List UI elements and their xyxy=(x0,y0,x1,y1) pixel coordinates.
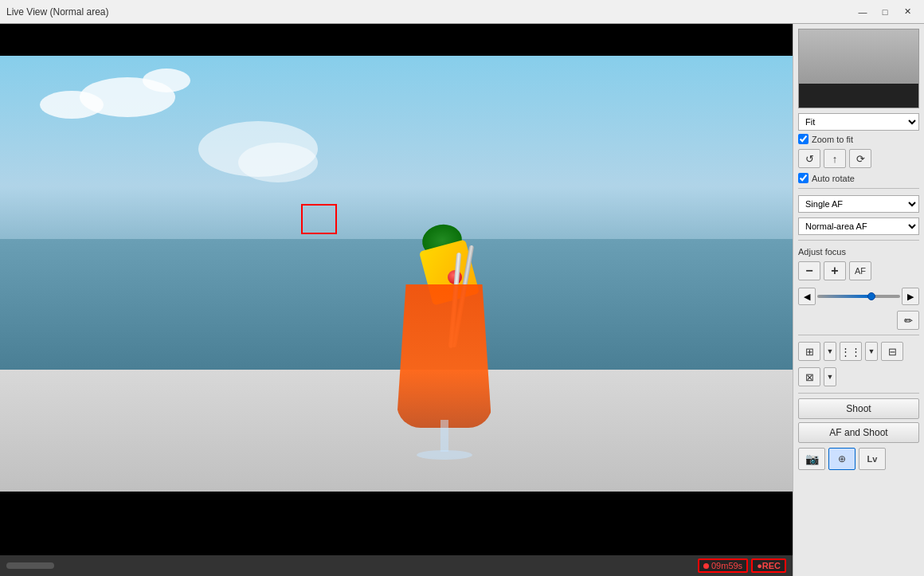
af-and-shoot-button[interactable]: AF and Shoot xyxy=(798,422,919,443)
cloud-3 xyxy=(143,69,190,92)
auto-rotate-label: Auto rotate xyxy=(812,174,855,183)
focus-slider-thumb xyxy=(867,292,875,300)
refresh-button[interactable]: ⟳ xyxy=(849,149,871,168)
focus-box xyxy=(301,204,337,234)
status-bar: 09m59s ●REC xyxy=(0,555,793,576)
eyedropper-row: ✏ xyxy=(798,311,919,330)
focus-right-arrow[interactable]: ▶ xyxy=(902,288,919,305)
rec-text: ●REC xyxy=(757,561,781,570)
focus-slider-row: ◀ ▶ xyxy=(798,288,919,305)
status-right: 09m59s ●REC xyxy=(698,558,786,573)
camera-icon-button[interactable]: 📷 xyxy=(798,448,825,470)
lv-button[interactable]: Lv xyxy=(859,448,886,470)
normal-area-af-row: Normal-area AF Wide-area AF Face-priorit… xyxy=(798,217,919,235)
title-bar-controls: — □ ✕ xyxy=(852,4,918,20)
photo-background xyxy=(0,56,793,492)
divider-1 xyxy=(798,188,919,189)
status-indicator xyxy=(6,562,54,569)
maximize-button[interactable]: □ xyxy=(875,4,895,20)
status-left xyxy=(6,562,54,569)
red-dot-icon xyxy=(703,563,709,569)
af-button[interactable]: AF xyxy=(849,261,871,280)
glass-stem xyxy=(440,420,448,452)
adjust-focus-label: Adjust focus xyxy=(798,247,919,257)
grid-button-2[interactable]: ⋮⋮ xyxy=(840,342,862,361)
minimize-button[interactable]: — xyxy=(852,4,873,20)
focus-area-button[interactable]: ⊕ xyxy=(828,448,855,470)
grid-chevron-2[interactable]: ▼ xyxy=(865,342,878,361)
title-bar-left: Live View (Normal area) xyxy=(6,6,109,18)
cloud-5 xyxy=(238,143,318,182)
single-af-dropdown[interactable]: Single AF Continuous AF xyxy=(798,195,919,213)
title-bar: Live View (Normal area) — □ ✕ xyxy=(0,0,924,24)
divider-4 xyxy=(798,393,919,394)
zoom-to-fit-label: Zoom to fit xyxy=(812,135,853,144)
up-button[interactable]: ↑ xyxy=(824,149,846,168)
close-button[interactable]: ✕ xyxy=(897,4,918,20)
divider-2 xyxy=(798,240,919,241)
grid-buttons-row: ⊞ ▼ ⋮⋮ ▼ ⊟ xyxy=(798,342,919,361)
zoom-to-fit-checkbox[interactable] xyxy=(798,134,808,144)
view-controls-row: ↺ ↑ ⟳ xyxy=(798,149,919,168)
fit-dropdown[interactable]: Fit 100% 200% 50% xyxy=(798,113,919,131)
timer-text: 09m59s xyxy=(711,561,742,570)
eyedropper-button[interactable]: ✏ xyxy=(897,311,919,330)
focus-minus-button[interactable]: − xyxy=(798,261,820,280)
focus-left-arrow[interactable]: ◀ xyxy=(798,288,816,305)
black-bar-top xyxy=(0,24,793,56)
grid-chevron-1[interactable]: ▼ xyxy=(824,342,836,361)
auto-rotate-checkbox[interactable] xyxy=(798,173,808,183)
reset-button[interactable]: ↺ xyxy=(798,149,820,168)
bottom-icon-row: 📷 ⊕ Lv xyxy=(798,448,919,470)
zoom-to-fit-row: Zoom to fit xyxy=(798,134,919,144)
photo-area xyxy=(0,56,793,492)
main-area: 09m59s ●REC Fit 100% 200% 50% xyxy=(0,24,924,576)
window-title: Live View (Normal area) xyxy=(6,6,109,18)
preview-thumbnail xyxy=(798,29,919,108)
shoot-button[interactable]: Shoot xyxy=(798,398,919,419)
extra-icon-1[interactable]: ⊠ xyxy=(798,367,820,386)
single-af-row: Single AF Continuous AF xyxy=(798,195,919,213)
thumb-dark xyxy=(799,84,918,108)
divider-3 xyxy=(798,335,919,335)
camera-view: 09m59s ●REC xyxy=(0,24,793,576)
rec-badge: ●REC xyxy=(751,558,786,573)
focus-adjust-row: − + AF xyxy=(798,261,919,280)
cloud-2 xyxy=(40,91,104,119)
grid-button-1[interactable]: ⊞ xyxy=(798,342,820,361)
thumb-top xyxy=(799,29,918,85)
cocktail-container xyxy=(365,189,524,492)
normal-area-af-dropdown[interactable]: Normal-area AF Wide-area AF Face-priorit… xyxy=(798,217,919,235)
focus-slider[interactable] xyxy=(817,295,900,298)
timer-badge: 09m59s xyxy=(698,558,748,573)
auto-rotate-row: Auto rotate xyxy=(798,173,919,183)
extra-icon-row: ⊠ ▼ xyxy=(798,367,919,386)
glass-base xyxy=(417,450,472,460)
extra-chevron-1[interactable]: ▼ xyxy=(824,367,836,386)
fit-dropdown-row: Fit 100% 200% 50% xyxy=(798,113,919,131)
glass-body xyxy=(397,284,492,428)
black-bar-bottom xyxy=(0,492,793,555)
right-panel: Fit 100% 200% 50% Zoom to fit ↺ ↑ ⟳ Auto… xyxy=(793,24,924,576)
grid-button-3[interactable]: ⊟ xyxy=(881,342,903,361)
focus-plus-button[interactable]: + xyxy=(824,261,846,280)
